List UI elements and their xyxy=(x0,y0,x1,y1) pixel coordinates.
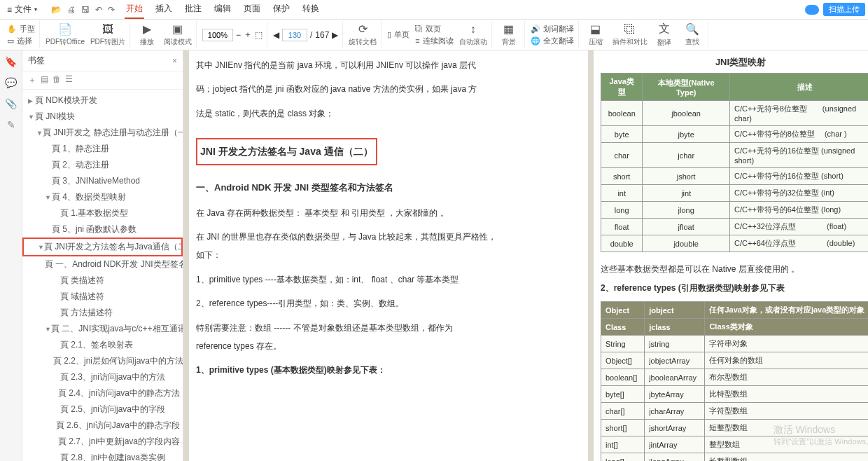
full-translate[interactable]: 🌐全文翻译 xyxy=(531,36,574,46)
tab-page[interactable]: 页面 xyxy=(242,0,262,19)
continuous-icon: ≡ xyxy=(415,36,419,45)
prev-page-icon[interactable]: ◀ xyxy=(273,30,279,40)
file-menu[interactable]: ≡ 文件 ▾ xyxy=(3,2,41,17)
compress-icon: ⬓ xyxy=(590,22,601,36)
redo-icon[interactable]: ↷ xyxy=(108,5,115,15)
compress-btn[interactable]: ⬓压缩 xyxy=(584,22,607,47)
attachment-icon[interactable]: 📎 xyxy=(5,98,17,109)
bookmark-item[interactable]: 頁 2.5、jni访问java中的字段 xyxy=(22,401,183,418)
tab-convert[interactable]: 转换 xyxy=(301,0,321,19)
hand-tool[interactable]: ✋手型 xyxy=(7,24,35,34)
ribbon-tabs: 开始 插入 批注 编辑 页面 保护 转换 xyxy=(125,0,321,19)
tree-toggle-icon[interactable]: ▼ xyxy=(36,130,43,137)
table-title: JNI类型映射 xyxy=(601,56,868,69)
add-bookmark-icon[interactable]: ＋ xyxy=(28,74,36,86)
document-viewer[interactable]: 其中 JNIEnv 指代的是当前 java 环境，可以利用 JNIEnv 可以操… xyxy=(183,50,868,461)
bookmark-item[interactable]: 頁 一、Android NDK开发 JNI类型签名和方法签名 xyxy=(22,256,183,273)
bookmark-item[interactable]: 頁 1、静态注册 xyxy=(22,141,183,157)
bookmark-label: 頁 2.2、jni层如何访问java中的方法和字段 xyxy=(53,355,183,367)
bookmark-item[interactable]: ▼ 頁 JNI模块 xyxy=(22,109,183,125)
bookmark-item[interactable]: ▼ 頁 JNI开发之 静态注册与动态注册（一） xyxy=(22,125,183,141)
rotate-doc[interactable]: ⟳旋转文档 xyxy=(349,22,377,47)
double-page[interactable]: ⿻双页 xyxy=(415,24,453,34)
fit-icon[interactable]: ⬚ xyxy=(255,30,262,40)
bookmark-item[interactable]: 頁 2.8、jni中创建java类实例 xyxy=(22,450,183,461)
background-btn[interactable]: ▦背景 xyxy=(498,22,520,47)
cloud-icon[interactable] xyxy=(805,5,819,15)
bookmark-label: 頁 2.8、jni中创建java类实例 xyxy=(60,452,165,461)
tab-annotate[interactable]: 批注 xyxy=(183,0,203,19)
next-page-icon[interactable]: ▶ xyxy=(332,30,338,40)
bookmark-label: 頁 2.1、签名映射表 xyxy=(60,339,133,351)
bookmark-icon[interactable]: 🔖 xyxy=(5,56,17,67)
play-button[interactable]: ▶播放 xyxy=(136,22,158,47)
bookmark-title: 书签 xyxy=(28,55,45,67)
bookmark-item[interactable]: 頁 1.基本数据类型 xyxy=(22,205,183,221)
bookmark-label: 頁 JNI开发之 静态注册与动态注册（一） xyxy=(43,127,183,139)
table-row: bytejbyteC/C++带符号的8位整型 (char ) xyxy=(601,126,869,143)
menu-bookmark-icon[interactable]: ☰ xyxy=(65,74,73,86)
zoom-in-icon[interactable]: ＋ xyxy=(244,29,252,41)
bookmark-label: 頁 2.4、jni访问java中的静态方法 xyxy=(58,387,180,399)
bookmark-item[interactable]: 頁 类描述符 xyxy=(22,273,183,289)
comment-icon[interactable]: 💬 xyxy=(5,77,17,88)
upload-badge[interactable]: 扫描上传 xyxy=(823,3,865,16)
tab-protect[interactable]: 保护 xyxy=(272,0,291,19)
single-page[interactable]: ▯单页 xyxy=(387,29,410,40)
tab-start[interactable]: 开始 xyxy=(125,0,144,19)
compare-btn[interactable]: ⿻插件和对比 xyxy=(612,23,648,47)
delete-bookmark-icon[interactable]: 🗑 xyxy=(52,74,61,86)
bookmark-label: 頁 1、静态注册 xyxy=(52,143,109,155)
auto-scroll[interactable]: ↕自动滚动 xyxy=(459,23,487,47)
bookmark-item[interactable]: 頁 2.3、jni访问java中的方法 xyxy=(22,369,183,385)
bookmark-item[interactable]: ▼ 頁 二、JNI实现java与c/c++相互通讯 xyxy=(22,321,183,337)
bookmark-item[interactable]: 頁 方法描述符 xyxy=(22,305,183,321)
bookmark-item[interactable]: 頁 域描述符 xyxy=(22,289,183,305)
close-icon[interactable]: × xyxy=(172,56,177,66)
tree-toggle-icon[interactable]: ▼ xyxy=(45,194,52,201)
table-header: 描述 xyxy=(729,74,868,101)
bookmark-item[interactable]: 頁 5、jni 函数默认参数 xyxy=(22,221,183,238)
doc-text: 法是 static，则代表的是 class 对象； xyxy=(196,109,334,118)
table-row: floatjfloatC/C++32位浮点型 (float) xyxy=(601,219,869,235)
compare-icon: ⿻ xyxy=(624,23,636,36)
continuous-read[interactable]: ≡连续阅读 xyxy=(415,36,453,46)
tree-toggle-icon[interactable]: ▶ xyxy=(28,97,35,104)
tree-toggle-icon[interactable]: ▼ xyxy=(45,326,51,333)
tree-toggle-icon[interactable]: ▼ xyxy=(38,244,44,251)
tab-insert[interactable]: 插入 xyxy=(154,0,174,19)
doc-text: 2、reference types----引用类型，如：类、实例、数组。 xyxy=(196,294,581,312)
bookmark-item[interactable]: 頁 3、JNINativeMethod xyxy=(22,173,183,189)
translate-btn[interactable]: 文翻译 xyxy=(653,22,676,48)
bookmark-item[interactable]: 頁 2.1、签名映射表 xyxy=(22,337,183,353)
zoom-input[interactable] xyxy=(202,29,233,41)
page-input[interactable] xyxy=(282,29,307,41)
bookmark-item[interactable]: ▼ 頁 JNI开发之方法签名与Java通信（二） xyxy=(22,238,183,256)
bookmark-item[interactable]: ▼ 頁 4、数据类型映射 xyxy=(22,189,183,205)
read-mode[interactable]: ▣阅读模式 xyxy=(164,22,192,47)
bookmark-tree[interactable]: ▶ 頁 NDK模块开发▼ 頁 JNI模块▼ 頁 JNI开发之 静态注册与动态注册… xyxy=(22,90,183,461)
signature-icon[interactable]: ✎ xyxy=(7,119,15,130)
zoom-out-icon[interactable]: − xyxy=(236,30,241,40)
bookmark-item[interactable]: ▶ 頁 NDK模块开发 xyxy=(22,92,183,109)
pdf-to-image[interactable]: 🖼PDF转图片 xyxy=(90,23,125,47)
menu-bar: ≡ 文件 ▾ 📂 🖨 🖫 ↶ ↷ 开始 插入 批注 编辑 页面 保护 转换 扫描… xyxy=(0,0,868,20)
bookmark-item[interactable]: 頁 2、动态注册 xyxy=(22,157,183,173)
undo-icon[interactable]: ↶ xyxy=(95,5,102,15)
tree-toggle-icon[interactable]: ▼ xyxy=(28,113,35,121)
find-btn[interactable]: 🔍查找 xyxy=(681,22,704,47)
select-tool[interactable]: ▭选择 xyxy=(7,36,35,46)
tab-edit[interactable]: 编辑 xyxy=(213,0,232,19)
table-row: ClassjclassClass类对象 xyxy=(601,319,869,336)
save-icon[interactable]: 🖫 xyxy=(81,5,90,15)
nav-bookmark-icon[interactable]: ▤ xyxy=(41,74,48,86)
bookmark-label: 頁 方法描述符 xyxy=(60,307,113,319)
bookmark-item[interactable]: 頁 2.7、jni中更新java的字段内容 xyxy=(22,434,183,450)
bookmark-item[interactable]: 頁 2.6、jni访问Java中的静态字段 xyxy=(22,418,183,434)
print-icon[interactable]: 🖨 xyxy=(67,5,76,15)
open-icon[interactable]: 📂 xyxy=(51,5,62,15)
bookmark-item[interactable]: 頁 2.4、jni访问java中的静态方法 xyxy=(22,385,183,401)
read-aloud[interactable]: 🔊划词翻译 xyxy=(531,24,574,34)
bookmark-item[interactable]: 頁 2.2、jni层如何访问java中的方法和字段 xyxy=(22,353,183,369)
pdf-to-office[interactable]: 📄PDF转Office xyxy=(46,22,85,47)
